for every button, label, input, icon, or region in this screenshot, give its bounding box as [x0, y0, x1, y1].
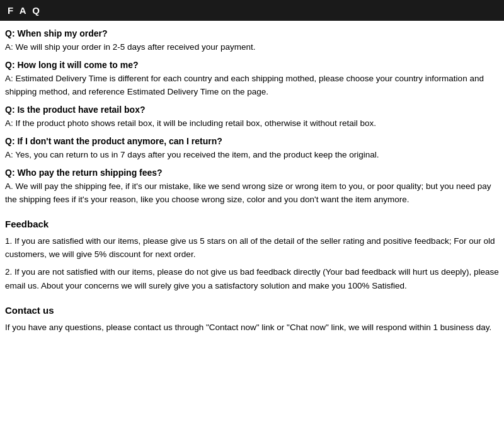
faq-item-1: Q: When ship my order? A: We will ship y… [5, 28, 499, 54]
faq-item-3: Q: Is the product have retail box? A: If… [5, 105, 499, 130]
faq-title: F A Q [8, 5, 42, 16]
feedback-title: Feedback [5, 219, 499, 229]
faq-header: F A Q [0, 0, 504, 21]
feedback-point-2: 2. If you are not satisfied with our ite… [5, 265, 499, 292]
faq-item-2: Q: How long it will come to me? A: Estim… [5, 60, 499, 98]
answer-5: A. We will pay the shipping fee, if it's… [5, 180, 499, 206]
faq-section: Q: When ship my order? A: We will ship y… [5, 28, 499, 206]
answer-2: A: Estimated Delivery Time is different … [5, 72, 499, 98]
question-3: Q: Is the product have retail box? [5, 105, 499, 115]
answer-3: A: If the product photo shows retail box… [5, 117, 499, 130]
question-4: Q: If I don't want the product anymore, … [5, 136, 499, 146]
question-1: Q: When ship my order? [5, 28, 499, 38]
feedback-point-1: 1. If you are satisfied with our items, … [5, 234, 499, 261]
answer-1: A: We will ship your order in 2-5 days a… [5, 41, 499, 54]
question-2: Q: How long it will come to me? [5, 60, 499, 70]
faq-item-4: Q: If I don't want the product anymore, … [5, 136, 499, 161]
answer-4: A: Yes, you can return to us in 7 days a… [5, 149, 499, 161]
contact-text: If you have any questions, please contac… [5, 321, 499, 335]
feedback-section: Feedback 1. If you are satisfied with ou… [5, 219, 499, 292]
faq-item-5: Q: Who pay the return shipping fees? A. … [5, 168, 499, 206]
question-5: Q: Who pay the return shipping fees? [5, 168, 499, 178]
contact-section: Contact us If you have any questions, pl… [5, 305, 499, 335]
main-content: Q: When ship my order? A: We will ship y… [0, 28, 504, 335]
contact-title: Contact us [5, 305, 499, 316]
